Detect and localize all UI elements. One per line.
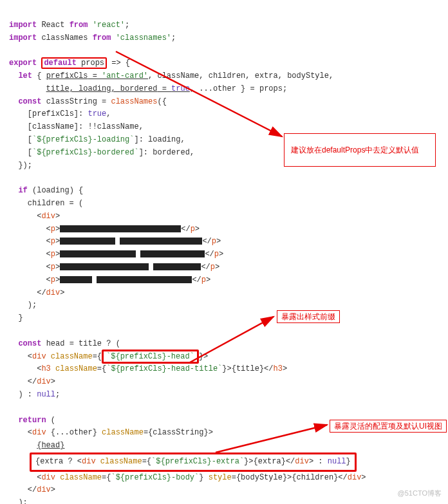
- watermark: @51CTO博客: [398, 487, 442, 499]
- annotation-flexible-config: 暴露灵活的配置项及默认UI视图: [330, 420, 447, 433]
- kw-import: import: [9, 21, 37, 30]
- highlight-prefix-head: `${prefixCls}-head`: [102, 350, 199, 364]
- annotation-style-prefix: 暴露出样式前缀: [277, 310, 340, 323]
- redacted: [60, 225, 181, 232]
- annotation-default-props: 建议放在defaultProps中去定义默认值: [284, 133, 436, 167]
- highlight-default-props: default props: [41, 57, 107, 69]
- destructure-underline: prefixCls = 'ant-card': [46, 71, 148, 80]
- highlight-extra-line: {extra ? <div className={`${prefixCls}-e…: [30, 453, 357, 472]
